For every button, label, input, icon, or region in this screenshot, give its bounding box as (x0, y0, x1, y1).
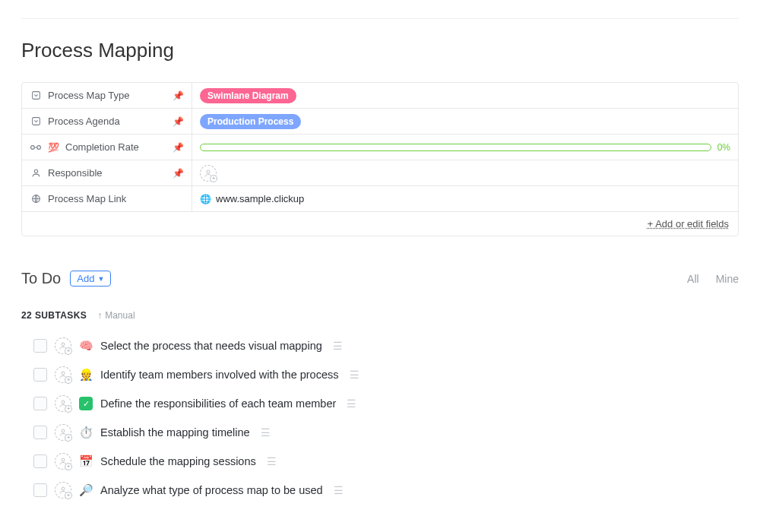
field-responsible[interactable]: Responsible 📌 + (22, 160, 738, 186)
globe-icon (30, 194, 42, 204)
assignee-add[interactable]: + (55, 453, 71, 470)
assignee-add[interactable]: + (55, 366, 71, 383)
add-button[interactable]: Add▼ (70, 271, 111, 287)
task-text[interactable]: Schedule the mapping sessions (100, 455, 256, 467)
tag-production-process[interactable]: Production Process (200, 114, 301, 129)
task-emoji-icon: 🔎 (79, 483, 93, 497)
task-text[interactable]: Analyze what type of process map to be u… (100, 484, 323, 496)
svg-point-10 (62, 429, 65, 432)
field-process-agenda[interactable]: Process Agenda 📌 Production Process (22, 109, 738, 135)
svg-point-12 (62, 487, 65, 490)
chevron-down-icon: ▼ (97, 275, 104, 283)
svg-point-11 (62, 458, 65, 461)
svg-rect-1 (32, 118, 40, 125)
sort-mode[interactable]: ↑ Manual (97, 310, 135, 321)
todo-section-title: To Do (21, 270, 61, 287)
task-emoji-icon: 👷 (79, 368, 93, 382)
assignee-add[interactable]: + (55, 337, 71, 354)
description-icon[interactable]: ☰ (261, 426, 271, 439)
svg-point-9 (62, 401, 65, 404)
subtasks-count: 22 SUBTASKS (21, 310, 87, 321)
task-checkbox[interactable] (33, 454, 47, 468)
task-emoji-icon: ⏱️ (79, 426, 93, 439)
dropdown-icon (30, 90, 42, 100)
field-label: Process Agenda (48, 116, 120, 127)
progress-bar (200, 144, 711, 151)
dropdown-icon (30, 116, 42, 126)
assignee-add[interactable]: + (55, 482, 71, 499)
description-icon[interactable]: ☰ (267, 455, 277, 467)
pin-icon[interactable]: 📌 (173, 116, 184, 127)
task-row[interactable]: +👷Identify team members involved with th… (21, 366, 739, 383)
task-text[interactable]: Establish the mapping timeline (100, 426, 250, 439)
field-completion-rate[interactable]: 💯 Completion Rate 📌 0% (22, 135, 738, 160)
task-checkbox[interactable] (33, 483, 47, 497)
svg-rect-0 (32, 92, 40, 100)
description-icon[interactable]: ☰ (333, 340, 343, 352)
tasks-list: +🧠Select the process that needs visual m… (21, 337, 739, 499)
pin-icon[interactable]: 📌 (173, 90, 184, 101)
task-text[interactable]: Identify team members involved with the … (100, 369, 339, 381)
progress-percent: 0% (717, 142, 730, 153)
task-checkbox[interactable] (33, 339, 47, 353)
progress-icon (30, 144, 42, 151)
link-globe-icon: 🌐 (200, 194, 211, 204)
task-row[interactable]: +🔎Analyze what type of process map to be… (21, 482, 739, 499)
assignee-add[interactable]: + (55, 395, 71, 412)
field-process-map-link[interactable]: Process Map Link 🌐 www.sample.clickup (22, 186, 738, 212)
description-icon[interactable]: ☰ (347, 397, 356, 410)
hundred-emoji: 💯 (48, 142, 59, 153)
svg-point-8 (62, 372, 65, 375)
field-label: Process Map Link (48, 193, 126, 204)
description-icon[interactable]: ☰ (350, 369, 359, 381)
svg-point-5 (207, 170, 210, 173)
task-row[interactable]: +✓Define the responsibilities of each te… (21, 395, 739, 412)
svg-point-4 (34, 169, 37, 173)
tag-swimlane[interactable]: Swimlane Diagram (200, 88, 296, 103)
field-process-map-type[interactable]: Process Map Type 📌 Swimlane Diagram (22, 83, 738, 109)
pin-icon[interactable]: 📌 (173, 168, 184, 179)
check-badge-icon: ✓ (79, 397, 93, 410)
task-row[interactable]: +📅Schedule the mapping sessions☰ (21, 453, 739, 470)
assignee-add[interactable]: + (200, 165, 217, 182)
task-row[interactable]: +⏱️Establish the mapping timeline☰ (21, 424, 739, 441)
pin-icon[interactable]: 📌 (173, 142, 184, 153)
page-title: Process Mapping (21, 39, 739, 62)
person-icon (30, 168, 42, 178)
assignee-add[interactable]: + (55, 424, 71, 441)
task-text[interactable]: Select the process that needs visual map… (100, 340, 322, 352)
task-row[interactable]: +🧠Select the process that needs visual m… (21, 337, 739, 354)
svg-point-7 (62, 343, 65, 346)
task-checkbox[interactable] (33, 397, 47, 410)
field-label: Completion Rate (65, 141, 139, 153)
svg-point-2 (31, 145, 35, 149)
field-label: Process Map Type (48, 90, 129, 101)
task-emoji-icon: 📅 (79, 454, 93, 468)
svg-point-3 (37, 145, 41, 149)
task-text[interactable]: Define the responsibilities of each team… (100, 397, 336, 410)
filter-all[interactable]: All (687, 273, 699, 285)
link-url[interactable]: www.sample.clickup (216, 193, 304, 204)
add-edit-fields-link[interactable]: + Add or edit fields (648, 218, 729, 230)
task-checkbox[interactable] (33, 368, 47, 382)
filter-mine[interactable]: Mine (716, 273, 739, 285)
task-checkbox[interactable] (33, 426, 47, 439)
description-icon[interactable]: ☰ (334, 484, 344, 496)
arrow-up-icon: ↑ (97, 310, 102, 321)
field-label: Responsible (48, 167, 103, 179)
fields-table: Process Map Type 📌 Swimlane Diagram Proc… (21, 82, 739, 236)
task-emoji-icon: 🧠 (79, 339, 93, 353)
